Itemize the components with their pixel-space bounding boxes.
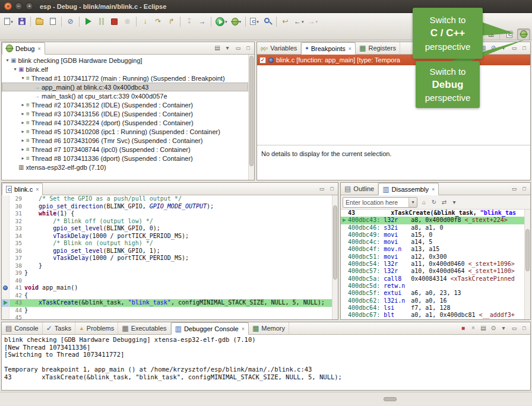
window-minimize-button[interactable]: − — [15, 2, 23, 10]
debug-tab-debug[interactable]: Debug× — [2, 42, 45, 55]
disassembly-sync-with-stack-button[interactable]: ⇄ — [439, 198, 449, 207]
debug-scrollbar[interactable] — [248, 55, 254, 180]
console-remove-launch-button[interactable]: × — [468, 323, 478, 333]
disassembly-refresh-button[interactable]: ↻ — [429, 198, 439, 207]
disassembly-line[interactable]: 400dbc4f: mov.na13, a15 — [341, 246, 524, 253]
disassembly-lines[interactable]: 43 xTaskCreate(&blink_task, "blink_tas40… — [341, 210, 524, 319]
debug-tree-item[interactable]: ▸≡Thread #3 1073413156 (IDLE) (Suspended… — [2, 109, 248, 118]
disassembly-line[interactable]: 400dbc67: blta0, a1, 0x400dbc81 <__adddf… — [341, 312, 524, 319]
save-button[interactable] — [15, 15, 28, 28]
console-output[interactable]: blink checking [GDB Hardware Debugging] … — [2, 335, 530, 390]
editor-tab-blink-c[interactable]: blink.c× — [2, 183, 43, 195]
disassembly-line[interactable]: 400dbc49: movia15, 0 — [341, 231, 524, 239]
disassembly-maximize-button[interactable]: □ — [520, 184, 529, 194]
breakpoints-skip-all-breakpoints-button[interactable]: ⊘ — [489, 43, 498, 53]
disassembly-location-input[interactable]: Enter location here ▾ — [343, 197, 417, 208]
editor-code-area[interactable]: 29 /* Set the GPIO as a push/pull output… — [2, 195, 332, 319]
editor-line[interactable]: 30 gpio_set_direction(BLINK_GPIO, GPIO_M… — [2, 203, 332, 211]
close-icon[interactable]: × — [348, 46, 352, 52]
debug-tree-item[interactable]: ▸≡Thread #4 1073432224 (dport) (Suspende… — [2, 118, 248, 127]
disassembly-home-button[interactable]: ⌂ — [419, 198, 429, 207]
disassembly-line[interactable]: 400dbc6a: bnonea0, a1, 0x400dbc8b <__add… — [341, 319, 524, 319]
open-perspective-button[interactable]: ⊞ — [486, 30, 496, 39]
back-button[interactable]: ←▾ — [292, 15, 306, 28]
expand-icon[interactable]: ▸ — [20, 129, 26, 134]
console-tab-console[interactable]: ▤Console — [2, 322, 43, 334]
chevron-down-icon[interactable]: ▾ — [408, 198, 417, 207]
scrollbar-thumb[interactable] — [525, 229, 530, 271]
search-button[interactable] — [261, 15, 274, 28]
editor-line[interactable]: 42{ — [2, 292, 332, 300]
editor-line[interactable]: 40 — [2, 277, 332, 285]
breakpoints-view-menu-button[interactable]: ▾ — [499, 43, 508, 53]
debug-tree-item[interactable]: ▸≡Thread #6 1073431096 (Tmr Svc) (Suspen… — [2, 136, 248, 145]
disassembly-tab-disassembly[interactable]: ▥Disassembly× — [378, 183, 439, 195]
collapse-icon[interactable]: ▾ — [4, 58, 11, 63]
breakpoints-tab-variables[interactable]: (x)=Variables — [257, 42, 301, 54]
last-edit-location-button[interactable]: ↩ — [279, 15, 292, 28]
debug-tree-item[interactable]: →main_task() at cpu_start.c:339 0x400d05… — [2, 91, 248, 100]
run-button[interactable]: ▾ — [214, 15, 229, 28]
debug-tree-item[interactable]: ▸≡Thread #7 1073408744 (ipc0) (Suspended… — [2, 145, 248, 154]
scrollbar-thumb[interactable] — [333, 205, 337, 280]
editor-line[interactable]: 37 vTaskDelay(1000 / portTICK_PERIOD_MS)… — [2, 255, 332, 262]
breakpoint-row[interactable]: ✓ blink.c [function: app_main] [type: Te… — [257, 55, 530, 65]
expand-icon[interactable]: ▸ — [20, 102, 26, 107]
disassembly-tab-outline[interactable]: ▤Outline — [341, 183, 378, 195]
editor-line[interactable]: 35 /* Blink on (output high) */ — [2, 240, 332, 248]
expand-icon[interactable]: ▸ — [20, 120, 26, 125]
debug-tree-item[interactable]: ▸≡Thread #2 1073413512 (IDLE) (Suspended… — [2, 100, 248, 109]
editor-line[interactable]: 36 gpio_set_level(BLINK_GPIO, 1); — [2, 248, 332, 255]
debug-perspective-button[interactable] — [517, 28, 530, 40]
breakpoints-tab-registers[interactable]: ▦Registers — [356, 42, 400, 54]
expand-icon[interactable]: ▸ — [20, 138, 26, 143]
debug-tree-item[interactable]: ▥xtensa-esp32-elf-gdb (7.10) — [2, 163, 248, 172]
editor-line[interactable]: 41void app_main() — [2, 284, 332, 292]
step-over-button[interactable]: ↷ — [152, 15, 164, 28]
breakpoints-minimize-button[interactable]: ▭ — [509, 43, 519, 53]
expand-icon[interactable]: ▸ — [20, 111, 26, 116]
debug-tree-item[interactable]: ▸≡Thread #8 1073411336 (dport) (Suspende… — [2, 154, 248, 163]
disassembly-line[interactable]: 400dbc5f: extuia6, a0, 23, 13 — [341, 290, 524, 297]
breakpoint-checkbox[interactable]: ✓ — [259, 57, 266, 64]
disassembly-line[interactable]: 400dbc57: l32ra10, 0x400d0464 <_stext+11… — [341, 268, 524, 275]
forward-button[interactable]: →▾ — [306, 15, 320, 28]
console-tab-problems[interactable]: ▲Problems — [75, 322, 118, 334]
editor-line[interactable]: 29 /* Set the GPIO as a push/pull output… — [2, 195, 332, 203]
window-close-button[interactable]: × — [4, 2, 12, 10]
editor-line[interactable]: 31 while(1) { — [2, 210, 332, 218]
disassembly-line[interactable]: 400dbc43: l32ra8, 0x400d00f8 <_stext+224… — [341, 217, 524, 224]
console-open-console-button[interactable]: ▾ — [499, 323, 508, 333]
console-tab-debugger-console[interactable]: ▥Debugger Console× — [171, 322, 249, 335]
open-folder-button[interactable] — [33, 15, 46, 28]
editor-line[interactable]: 33 gpio_set_level(BLINK_GPIO, 0); — [2, 225, 332, 233]
expand-icon[interactable]: ▸ — [20, 147, 26, 152]
step-into-button[interactable]: ↓ — [139, 15, 151, 28]
editor-line[interactable]: 39} — [2, 269, 332, 277]
collapse-icon[interactable]: ▾ — [12, 66, 18, 72]
close-icon[interactable]: × — [35, 186, 39, 192]
collapse-icon[interactable]: ▾ — [20, 75, 26, 81]
debug-maximize-button[interactable]: □ — [243, 43, 253, 53]
editor-line[interactable]: 45 — [2, 314, 332, 319]
debug-view-menu-button[interactable]: ▾ — [223, 43, 232, 53]
debug-minimize-button[interactable]: ▭ — [233, 43, 243, 53]
skip-all-breakpoints-button[interactable]: ⊘ — [64, 15, 77, 28]
disassembly-line[interactable]: 400dbc62: l32i.na0, a0, 16 — [341, 297, 524, 304]
console-tab-memory[interactable]: ▦Memory — [249, 322, 289, 334]
drop-to-frame-button[interactable]: ↧ — [183, 15, 195, 28]
scrollbar-thumb[interactable] — [249, 56, 254, 166]
horizontal-scrollbar-thumb[interactable] — [384, 397, 397, 401]
debug-tree-item[interactable]: ▾▣blink.elf — [2, 65, 248, 74]
cpp-perspective-button[interactable] — [504, 28, 515, 40]
expand-icon[interactable]: ▸ — [20, 156, 26, 161]
disassembly-line[interactable]: 400dbc5a: call80x40084314 <xTaskCreatePi… — [341, 275, 524, 283]
close-icon[interactable]: × — [37, 46, 40, 52]
step-return-button[interactable]: ↱ — [165, 15, 178, 28]
console-maximize-button[interactable]: □ — [520, 323, 529, 333]
console-terminate-button[interactable]: ■ — [458, 323, 468, 333]
disassembly-view-menu-button[interactable]: ▾ — [449, 198, 459, 207]
console-minimize-button[interactable]: ▭ — [509, 323, 519, 333]
disassembly-line[interactable]: 43 xTaskCreate(&blink_task, "blink_tas — [341, 210, 524, 217]
console-tab-tasks[interactable]: ✓Tasks — [43, 322, 75, 334]
